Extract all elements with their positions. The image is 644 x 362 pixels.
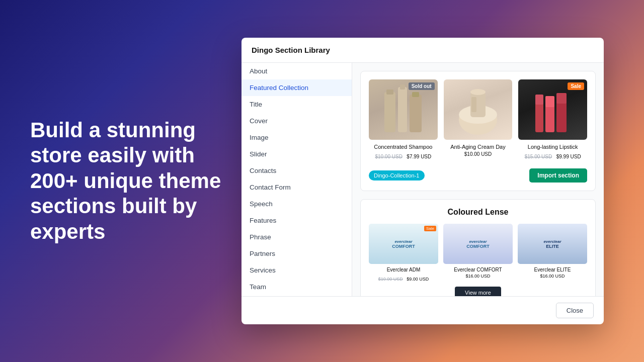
sold-out-badge: Sold out (409, 82, 435, 90)
modal-title: Dingo Section Library (252, 46, 330, 54)
modal-footer: Close (242, 296, 604, 324)
lens-name-adm: Everclear ADM (369, 267, 438, 273)
svg-rect-5 (412, 92, 419, 97)
svg-rect-1 (386, 89, 393, 95)
product-image-lipstick: Sale (518, 79, 587, 140)
lens-sale-badge-adm: Sale (424, 226, 436, 231)
product-item-cream: Anti-Aging Cream Day $10.00 USD (444, 79, 513, 160)
product-item-shampoo: Sold out Concentrated Shampoo $10.00 USD… (369, 79, 438, 160)
shampoo-svg (380, 82, 426, 137)
sidebar-item-partners[interactable]: Partners (242, 245, 352, 262)
svg-rect-3 (400, 84, 405, 89)
view-more-button[interactable]: View more (455, 287, 501, 296)
card-footer-section1: Dingo-Collection-1 Import section (369, 168, 587, 183)
product-price-original-shampoo: $10.00 USD (375, 154, 402, 159)
sidebar-item-features[interactable]: Features (242, 212, 352, 229)
lens-name-comfort: Everclear COMFORT (443, 267, 513, 273)
coloured-lense-card: Coloured Lense everclear COMFORT Sale (360, 199, 596, 296)
lens-price-sale-adm: $9.00 USD (407, 277, 429, 282)
product-item-lipstick: Sale Long-lasting Lipstick $15.00 USD $9… (518, 79, 587, 160)
lens-item-comfort: everclear COMFORT Everclear COMFORT $16.… (443, 224, 513, 283)
svg-rect-16 (556, 93, 567, 104)
lens-item-elite: everclear ELITE Everclear ELITE $16.00 U… (518, 224, 587, 283)
product-price-lipstick: $15.00 USD $9.99 USD (518, 151, 587, 160)
sidebar-item-team[interactable]: Team (242, 279, 352, 295)
product-price-original-lipstick: $15.00 USD (525, 154, 552, 159)
hero-title: Build a stunning store easily with 200+ … (30, 118, 221, 244)
lens-price-comfort: $16.00 USD (443, 274, 513, 279)
cream-image (444, 79, 513, 140)
product-image-shampoo: Sold out (369, 79, 438, 140)
content-area: Sold out Concentrated Shampoo $10.00 USD… (352, 63, 604, 296)
lipstick-svg (530, 82, 576, 137)
svg-rect-0 (384, 92, 395, 132)
products-grid: Sold out Concentrated Shampoo $10.00 USD… (369, 79, 587, 160)
svg-rect-10 (471, 97, 476, 112)
svg-rect-14 (545, 96, 554, 107)
sidebar-item-title[interactable]: Title (242, 96, 352, 113)
svg-point-9 (470, 89, 486, 95)
lens-image-adm: everclear COMFORT Sale (369, 224, 438, 264)
svg-rect-4 (410, 95, 422, 132)
sidebar-item-phrase[interactable]: Phrase (242, 229, 352, 245)
sidebar-item-contacts[interactable]: Contacts (242, 162, 352, 179)
lens-image-elite: everclear ELITE (518, 224, 587, 264)
lens-image-comfort: everclear COMFORT (443, 224, 513, 264)
sidebar-item-about[interactable]: About (242, 63, 352, 79)
svg-rect-11 (535, 102, 543, 132)
featured-collection-card: Sold out Concentrated Shampoo $10.00 USD… (360, 71, 596, 191)
product-image-cream (444, 79, 513, 140)
view-more-wrap: View more (369, 283, 587, 296)
sale-badge: Sale (568, 82, 584, 90)
close-button[interactable]: Close (556, 303, 594, 318)
lens-item-adm: everclear COMFORT Sale Everclear ADM $10… (369, 224, 438, 283)
svg-rect-12 (535, 95, 543, 105)
lens-price-orig-adm: $10.00 USD (378, 277, 403, 282)
product-name-cream: Anti-Aging Cream Day (444, 144, 513, 150)
product-price-cream: $10.00 USD (444, 151, 513, 157)
coloured-lense-title: Coloured Lense (369, 208, 587, 217)
sidebar: About Featured Collection Title Cover Im… (242, 63, 352, 296)
sidebar-item-featured-collection[interactable]: Featured Collection (242, 79, 352, 96)
product-name-shampoo: Concentrated Shampoo (369, 144, 438, 150)
modal-body: About Featured Collection Title Cover Im… (242, 63, 604, 296)
lens-price-adm: $10.00 USD $9.00 USD (369, 274, 438, 283)
lens-price-elite: $16.00 USD (518, 274, 587, 279)
sidebar-item-speech[interactable]: Speech (242, 196, 352, 212)
svg-rect-13 (545, 105, 554, 132)
lens-name-elite: Everclear ELITE (518, 267, 587, 273)
sidebar-item-services[interactable]: Services (242, 262, 352, 279)
sidebar-item-image[interactable]: Image (242, 129, 352, 146)
import-section-button[interactable]: Import section (529, 168, 587, 183)
hero-section: Build a stunning store easily with 200+ … (30, 118, 221, 244)
svg-rect-2 (398, 87, 407, 132)
product-price-sale-lipstick: $9.99 USD (556, 154, 581, 159)
sidebar-item-slider[interactable]: Slider (242, 146, 352, 162)
collection-tag: Dingo-Collection-1 (369, 170, 425, 180)
product-price-sale-shampoo: $7.99 USD (407, 154, 431, 159)
sidebar-list: About Featured Collection Title Cover Im… (242, 63, 352, 296)
svg-rect-15 (556, 101, 567, 132)
product-name-lipstick: Long-lasting Lipstick (518, 144, 587, 150)
lens-products-grid: everclear COMFORT Sale Everclear ADM $10… (369, 224, 587, 283)
cream-svg (455, 82, 501, 137)
sidebar-item-text[interactable]: Text (242, 295, 352, 296)
modal: Dingo Section Library About Featured Col… (242, 38, 604, 324)
modal-header: Dingo Section Library (242, 38, 604, 63)
product-price-shampoo: $10.00 USD $7.99 USD (369, 151, 438, 160)
sidebar-item-cover[interactable]: Cover (242, 113, 352, 129)
sidebar-item-contact-form[interactable]: Contact Form (242, 179, 352, 196)
lens-elite-image: everclear ELITE (518, 224, 587, 264)
lens-comfort-image: everclear COMFORT (443, 224, 513, 264)
